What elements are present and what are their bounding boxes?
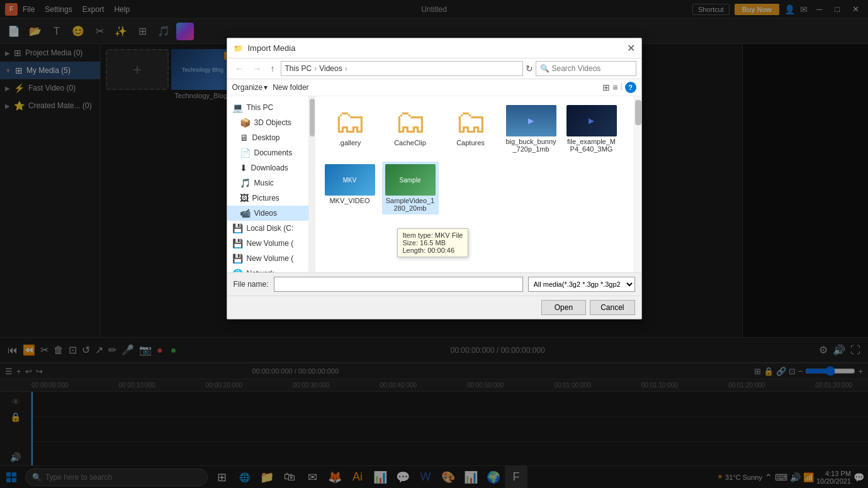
nav-pictures[interactable]: 🖼 Pictures xyxy=(227,191,308,206)
import-media-dialog: 📁 Import Media ✕ ← → ↑ This PC › Videos … xyxy=(227,38,642,319)
file-tooltip: Item type: MKV File Size: 16.5 MB Length… xyxy=(397,228,469,257)
video-thumbnail: MKV xyxy=(325,164,375,196)
view-large-icon[interactable]: ⊞ xyxy=(602,82,610,93)
disk-icon: 💾 xyxy=(232,253,243,263)
file-item-cacheclip[interactable]: 🗂 CacheClip xyxy=(382,103,439,155)
nav-local-disk[interactable]: 💾 Local Disk (C: xyxy=(227,221,308,236)
music-icon: 🎵 xyxy=(240,178,251,188)
disk-icon: 💾 xyxy=(232,223,243,233)
addr-sep2: › xyxy=(345,64,347,73)
network-icon: 🌐 xyxy=(232,269,243,272)
nav-videos[interactable]: 📹 Videos xyxy=(227,206,308,221)
thumb-bg: ▶ xyxy=(506,105,556,136)
addr-sep: › xyxy=(314,64,317,73)
file-item-captures[interactable]: 🗂 Captures xyxy=(442,103,499,155)
nav-label: Videos xyxy=(254,209,277,218)
new-folder-button[interactable]: New folder xyxy=(273,83,308,92)
file-label: MKV_VIDEO xyxy=(324,197,376,204)
file-label: big_buck_bunny_720p_1mb xyxy=(505,138,557,153)
nav-label: This PC xyxy=(247,103,274,112)
file-label: file_example_MP4_640_3MG xyxy=(566,138,617,153)
dialog-overlay: 📁 Import Media ✕ ← → ↑ This PC › Videos … xyxy=(0,0,868,488)
dialog-file-toolbar: Organize ▾ New folder ⊞ ≡ | ? xyxy=(227,79,641,96)
docs-icon: 📄 xyxy=(240,148,251,158)
file-item-example-mp4[interactable]: ▶ file_example_MP4_640_3MG xyxy=(563,103,620,155)
nav-network[interactable]: 🌐 Network xyxy=(227,266,308,272)
refresh-button[interactable]: ↻ xyxy=(526,64,533,74)
addr-videos[interactable]: Videos xyxy=(319,64,342,73)
folder-icon: 🗂 xyxy=(385,105,436,138)
address-bar[interactable]: This PC › Videos › xyxy=(281,61,523,76)
tooltip-size: Size: 16.5 MB xyxy=(403,239,463,247)
search-input[interactable] xyxy=(552,64,646,73)
video-thumbnail: Sample xyxy=(385,164,436,196)
thumb-content: ▶ xyxy=(506,105,556,136)
nav-3d-objects[interactable]: 📦 3D Objects xyxy=(227,115,308,130)
file-label: Captures xyxy=(445,139,497,147)
file-item-gallery[interactable]: 🗂 .gallery xyxy=(322,103,378,155)
file-label: CacheClip xyxy=(385,139,436,147)
file-area-scrollbar[interactable] xyxy=(634,96,641,272)
dialog-sidebar-scrollbar[interactable] xyxy=(309,96,315,272)
nav-label: Downloads xyxy=(251,164,288,172)
desktop-icon: 🖥 xyxy=(240,133,249,143)
3d-icon: 📦 xyxy=(240,118,251,128)
filename-label: File name: xyxy=(234,280,269,289)
nav-this-pc[interactable]: 💻 This PC xyxy=(227,100,308,115)
video-thumbnail: ▶ xyxy=(506,105,556,136)
videos-icon: 📹 xyxy=(240,208,251,218)
nav-back-button[interactable]: ← xyxy=(232,62,247,75)
play-icon: ▶ xyxy=(589,116,594,125)
dialog-sidebar: 💻 This PC 📦 3D Objects 🖥 Desktop 📄 Docum… xyxy=(227,96,309,272)
nav-label: New Volume ( xyxy=(247,239,294,248)
download-icon: ⬇ xyxy=(240,163,247,173)
nav-label: Network xyxy=(247,269,274,272)
filetype-select[interactable]: All media(*.3g2 *.3gp *.3gp2 *. xyxy=(528,277,635,292)
file-label: SampleVideo_1280_20mb xyxy=(385,197,436,212)
view-buttons: ⊞ ≡ | ? xyxy=(602,82,636,93)
help-button[interactable]: ? xyxy=(625,82,636,93)
dialog-sidebar-container: 💻 This PC 📦 3D Objects 🖥 Desktop 📄 Docum… xyxy=(227,96,315,272)
file-area: 🗂 .gallery 🗂 CacheClip 🗂 Captures xyxy=(315,96,641,272)
nav-documents[interactable]: 📄 Documents xyxy=(227,145,308,160)
view-list[interactable]: ≡ xyxy=(612,82,617,93)
nav-desktop[interactable]: 🖥 Desktop xyxy=(227,130,308,145)
nav-up-button[interactable]: ↑ xyxy=(268,62,278,75)
nav-new-volume-1[interactable]: 💾 New Volume ( xyxy=(227,236,308,251)
addr-this-pc[interactable]: This PC xyxy=(285,64,312,73)
cancel-button[interactable]: Cancel xyxy=(590,300,634,315)
nav-forward-button[interactable]: → xyxy=(250,62,265,75)
nav-label: Music xyxy=(254,179,274,187)
nav-music[interactable]: 🎵 Music xyxy=(227,175,308,191)
nav-downloads[interactable]: ⬇ Downloads xyxy=(227,160,308,175)
file-item-mkv[interactable]: MKV MKV_VIDEO xyxy=(322,162,378,214)
dialog-titlebar-left: 📁 Import Media xyxy=(234,43,296,53)
dialog-nav-bar: ← → ↑ This PC › Videos › ↻ 🔍 xyxy=(227,58,641,79)
organize-arrow-icon: ▾ xyxy=(264,83,268,92)
nav-label: Local Disk (C: xyxy=(247,224,294,233)
nav-new-volume-2[interactable]: 💾 New Volume ( xyxy=(227,251,308,266)
nav-label: Desktop xyxy=(252,133,280,142)
dialog-title: Import Media xyxy=(248,43,296,53)
pc-icon: 💻 xyxy=(232,103,243,113)
file-item-big-buck[interactable]: ▶ big_buck_bunny_720p_1mb xyxy=(503,103,560,155)
dialog-folder-icon: 📁 xyxy=(234,44,243,53)
tooltip-item-type: Item type: MKV File xyxy=(403,231,463,239)
organize-button[interactable]: Organize ▾ xyxy=(232,83,268,92)
pictures-icon: 🖼 xyxy=(240,193,249,203)
nav-label: New Volume ( xyxy=(247,254,294,263)
file-item-sample[interactable]: Sample SampleVideo_1280_20mb xyxy=(382,162,439,214)
open-button[interactable]: Open xyxy=(541,300,586,315)
dialog-content: 💻 This PC 📦 3D Objects 🖥 Desktop 📄 Docum… xyxy=(227,96,641,272)
dialog-titlebar: 📁 Import Media ✕ xyxy=(227,38,641,58)
nav-label: Documents xyxy=(254,148,293,157)
file-scroll-thumb[interactable] xyxy=(635,100,641,125)
filename-input[interactable] xyxy=(274,277,523,292)
organize-label: Organize xyxy=(232,83,263,92)
folder-icon: 🗂 xyxy=(445,105,497,138)
dialog-close-button[interactable]: ✕ xyxy=(627,42,635,54)
folder-icon: 🗂 xyxy=(324,105,376,138)
search-box[interactable]: 🔍 xyxy=(536,61,636,76)
sidebar-scroll-thumb[interactable] xyxy=(310,99,315,136)
dialog-bottom: File name: All media(*.3g2 *.3gp *.3gp2 … xyxy=(227,272,641,296)
